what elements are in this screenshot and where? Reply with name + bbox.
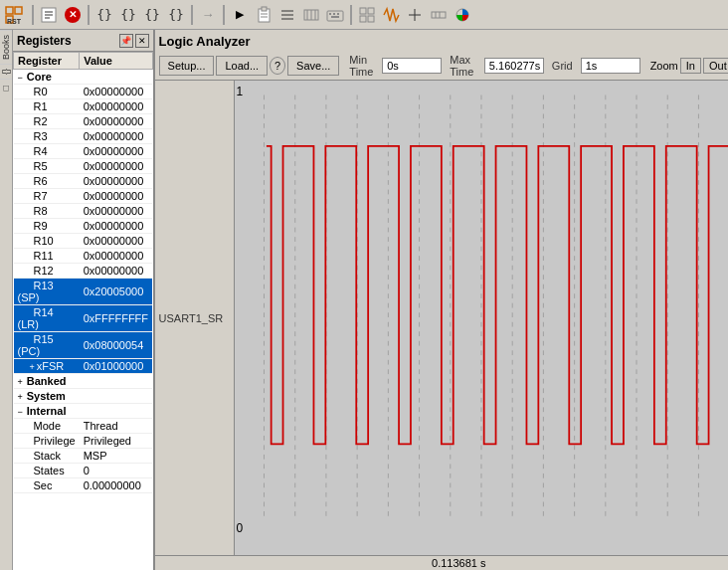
play-btn[interactable]: ▶	[229, 4, 251, 26]
registers-header-buttons: 📌 ✕	[119, 34, 149, 48]
svg-rect-27	[368, 16, 374, 22]
table-row[interactable]: R20x00000000	[14, 114, 153, 129]
table-row[interactable]: StackMSP	[14, 449, 153, 464]
signal-name: USART1_SR	[159, 312, 234, 324]
braces-btn-4[interactable]: {}	[165, 4, 187, 26]
waveform-svg	[255, 81, 728, 535]
table-row[interactable]: R30x00000000	[14, 129, 153, 144]
logic-analyzer-panel: Logic Analyzer Setup... Load... ? Save..…	[155, 30, 728, 570]
extra-btn[interactable]	[428, 4, 450, 26]
clipboard-icon	[255, 6, 273, 24]
zoom-out-button[interactable]: Out	[703, 58, 728, 74]
braces-icon-3: {}	[144, 7, 160, 22]
expand-icon[interactable]: +	[30, 362, 35, 372]
table-row[interactable]: ModeThread	[14, 419, 153, 434]
expand-btn[interactable]	[404, 4, 426, 26]
sidebar-tab-templates[interactable]: □	[0, 79, 12, 97]
register-value	[80, 389, 152, 404]
table-row[interactable]: R70x00000000	[14, 189, 153, 204]
max-time-value: 5.160277s	[484, 58, 544, 74]
toolbar-sep-3	[191, 5, 193, 25]
table-row[interactable]: −Core	[14, 70, 153, 85]
register-name: Sec	[14, 478, 80, 493]
stop-btn[interactable]: ✕	[62, 4, 84, 26]
table-row[interactable]: R80x00000000	[14, 204, 153, 219]
table-row[interactable]: +Banked	[14, 374, 153, 389]
memory-btn[interactable]	[300, 4, 322, 26]
sidebar-tab-functions[interactable]: {}	[0, 64, 12, 79]
setup-button[interactable]: Setup...	[159, 56, 215, 76]
color-btn[interactable]	[452, 4, 473, 26]
logic-analyzer-title: Logic Analyzer	[159, 34, 251, 49]
svg-rect-20	[329, 13, 331, 15]
registers-header: Registers 📌 ✕	[13, 30, 153, 52]
register-name: Mode	[14, 419, 80, 434]
register-value: 0x00000000	[80, 85, 152, 99]
register-name: R7	[14, 189, 80, 204]
table-row[interactable]: −Internal	[14, 404, 153, 419]
grid-btn[interactable]	[356, 4, 378, 26]
register-value: 0	[80, 464, 152, 478]
collapse-icon[interactable]: −	[18, 407, 23, 417]
table-row[interactable]: R10x00000000	[14, 99, 153, 114]
col-value: Value	[80, 53, 152, 70]
table-row[interactable]: R100x00000000	[14, 234, 153, 249]
registers-pin-button[interactable]: 📌	[119, 34, 133, 48]
expand-icon[interactable]: +	[18, 392, 23, 402]
registers-close-button[interactable]: ✕	[135, 34, 149, 48]
table-row[interactable]: R50x00000000	[14, 159, 153, 174]
expand-icon[interactable]: +	[18, 377, 23, 387]
arrow-btn[interactable]: →	[197, 4, 219, 26]
zoom-label: Zoom	[650, 60, 678, 72]
new-btn[interactable]	[38, 4, 60, 26]
zoom-in-button[interactable]: In	[680, 58, 701, 74]
load-button[interactable]: Load...	[216, 56, 268, 76]
register-name: R5	[14, 159, 80, 174]
register-value: 0x00000000	[80, 174, 152, 189]
table-row[interactable]: +System	[14, 389, 153, 404]
collapse-icon[interactable]: −	[18, 73, 23, 83]
toolbar-sep-4	[223, 5, 225, 25]
register-name: R0	[14, 85, 80, 99]
waves-btn[interactable]	[380, 4, 402, 26]
y-high-label: 1	[237, 85, 244, 98]
svg-rect-23	[331, 16, 339, 18]
table-row[interactable]: States0	[14, 464, 153, 478]
table-row[interactable]: R00x00000000	[14, 85, 153, 99]
svg-text:RST: RST	[7, 18, 22, 25]
svg-rect-24	[360, 8, 366, 14]
waveform-canvas[interactable]: 1 0	[235, 81, 728, 555]
sidebar-tab-books[interactable]: Books	[0, 30, 12, 64]
svg-rect-0	[6, 7, 13, 14]
table-row[interactable]: R40x00000000	[14, 144, 153, 159]
register-value: 0x01000000	[80, 359, 152, 374]
table-row[interactable]: PrivilegePrivileged	[14, 434, 153, 449]
table-row[interactable]: R60x00000000	[14, 174, 153, 189]
clipboard-btn[interactable]	[253, 4, 274, 26]
braces-btn-2[interactable]: {}	[117, 4, 139, 26]
help-button[interactable]: ?	[270, 57, 285, 75]
table-row[interactable]: R13 (SP)0x20005000	[14, 279, 153, 305]
table-row[interactable]: R120x00000000	[14, 264, 153, 279]
table-row[interactable]: R15 (PC)0x08000054	[14, 332, 153, 359]
register-name: −Internal	[14, 404, 80, 419]
keyboard-btn[interactable]	[324, 4, 346, 26]
register-value: 0x00000000	[80, 144, 152, 159]
register-name: R12	[14, 264, 80, 279]
table-row[interactable]: R110x00000000	[14, 249, 153, 264]
register-value	[80, 404, 152, 419]
list-btn[interactable]	[276, 4, 298, 26]
rst-button[interactable]: RST	[4, 5, 24, 25]
braces-btn-3[interactable]: {}	[141, 4, 163, 26]
col-register: Register	[14, 53, 80, 70]
braces-btn-1[interactable]: {}	[93, 4, 115, 26]
table-row[interactable]: Sec0.00000000	[14, 478, 153, 493]
register-value: 0x00000000	[80, 159, 152, 174]
table-row[interactable]: +xFSR0x01000000	[14, 359, 153, 374]
arrow-icon: →	[202, 7, 215, 22]
main-container: Books {} □ Registers 📌 ✕ Register Value …	[0, 30, 728, 570]
save-button[interactable]: Save...	[287, 56, 339, 76]
table-row[interactable]: R14 (LR)0xFFFFFFFF	[14, 305, 153, 332]
braces-icon-4: {}	[168, 7, 184, 22]
table-row[interactable]: R90x00000000	[14, 219, 153, 234]
